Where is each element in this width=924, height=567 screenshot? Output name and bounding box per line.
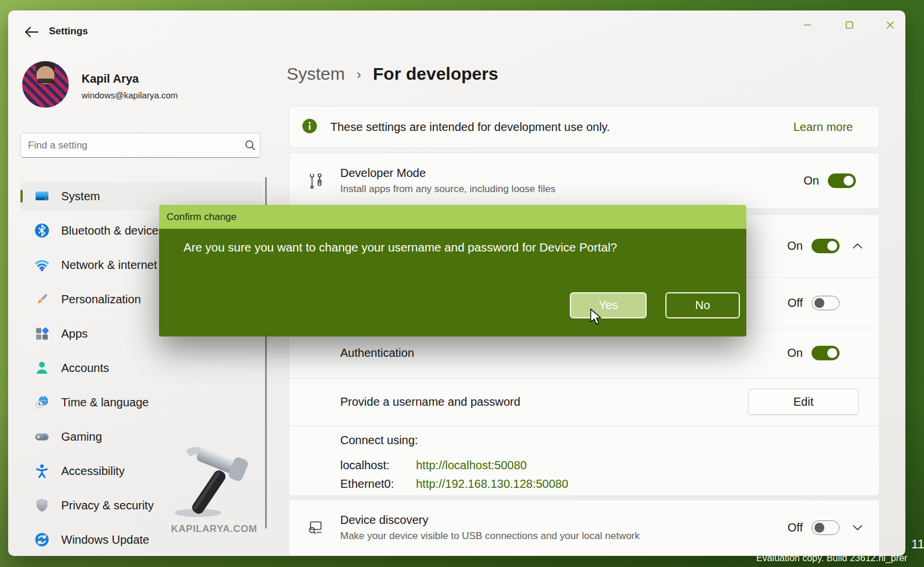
sidebar-item-label: Accessibility [61, 465, 125, 478]
system-icon [34, 189, 50, 204]
confirm-change-dialog: Confirm change Are you sure you want to … [159, 205, 746, 336]
avatar [22, 61, 69, 108]
yes-button[interactable]: Yes [570, 292, 647, 318]
authentication-label: Authentication [340, 346, 414, 360]
mouse-cursor [590, 309, 605, 329]
secondary-toggle[interactable] [812, 296, 840, 310]
dialog-body: Are you sure you want to change your use… [159, 229, 746, 336]
breadcrumb: System › For developers [287, 64, 498, 84]
back-arrow-icon [24, 27, 38, 40]
search-icon [240, 140, 260, 151]
secondary-toggle-label: Off [788, 296, 803, 310]
search-input[interactable] [21, 140, 240, 151]
kapilarya-caption: KAPILARYA.COM [163, 523, 265, 535]
no-button[interactable]: No [665, 292, 740, 318]
page-heading: For developers [373, 64, 498, 84]
close-button[interactable] [877, 16, 904, 36]
device-discovery-text: Device discovery Make your device visibl… [340, 513, 640, 542]
device-discovery-toggle[interactable] [812, 520, 840, 535]
page-title: Settings [49, 26, 88, 37]
banner-message: These settings are intended for developm… [330, 121, 610, 134]
developer-mode-subtitle: Install apps from any source, including … [340, 183, 555, 195]
avatar-sunglasses [37, 79, 54, 83]
localhost-link[interactable]: http://localhost:50080 [416, 459, 879, 472]
back-button[interactable] [21, 23, 42, 43]
connect-entry-name: localhost: [340, 459, 416, 472]
personalization-icon [34, 292, 50, 307]
bluetooth-icon [34, 223, 50, 238]
evaluation-copy-watermark: Evaluation copy. Build 23612.ni_prer [756, 553, 907, 564]
dev-warning-banner: These settings are intended for developm… [288, 106, 880, 148]
windows-update-icon [34, 532, 50, 547]
sidebar-item-label: Time & language [61, 396, 149, 409]
dialog-title: Confirm change [159, 205, 746, 229]
toggle-knob [814, 298, 824, 308]
settings-window: Settings Kapil Arya windows@kapilarya.co… [8, 10, 905, 556]
toggle-knob [814, 523, 824, 533]
developer-mode-toggle[interactable] [828, 173, 856, 188]
device-portal-toggle[interactable] [812, 239, 840, 253]
sidebar-item-label: Personalization [61, 293, 141, 306]
selected-indicator [20, 190, 23, 203]
hammer-logo-icon [168, 511, 261, 520]
maximize-button[interactable] [836, 16, 863, 36]
device-discovery-row: Device discovery Make your device visibl… [288, 499, 880, 556]
sidebar-item-label: Bluetooth & devices [61, 224, 164, 238]
windows-version-watermark: 11 [911, 537, 924, 552]
user-email: windows@kapilarya.com [82, 90, 178, 100]
device-portal-toggle-label: On [787, 239, 803, 253]
privacy-security-icon [34, 498, 50, 513]
sidebar-item-label: Windows Update [61, 533, 149, 547]
sidebar-item-accounts[interactable]: Accounts [20, 353, 263, 382]
developer-mode-toggle-label: On [803, 174, 819, 187]
toggle-knob [844, 176, 854, 186]
credentials-row: Provide a username and password Edit [289, 378, 879, 426]
device-discovery-title: Device discovery [340, 513, 640, 527]
chevron-up-icon[interactable] [852, 243, 863, 249]
sidebar-item-label: Apps [61, 327, 88, 341]
developer-mode-text: Developer Mode Install apps from any sou… [340, 166, 555, 195]
dialog-message: Are you sure you want to change your use… [184, 240, 617, 254]
minimize-button[interactable] [794, 16, 821, 36]
sidebar-item-label: System [61, 190, 100, 203]
connect-entry-name: Ethernet0: [340, 477, 416, 491]
authentication-toggle[interactable] [812, 346, 840, 360]
device-discovery-icon [306, 520, 325, 536]
kapilarya-watermark: KAPILARYA.COM [163, 444, 265, 535]
user-name: Kapil Arya [82, 72, 139, 86]
gaming-icon [34, 429, 50, 444]
sidebar-item-label: Accounts [61, 362, 109, 375]
developer-mode-row: Developer Mode Install apps from any sou… [288, 153, 880, 209]
info-icon [302, 118, 318, 136]
ethernet0-link[interactable]: http://192.168.130.128:50080 [416, 477, 879, 491]
toggle-knob [827, 241, 837, 251]
breadcrumb-separator: › [357, 65, 361, 83]
accounts-icon [34, 360, 50, 375]
sidebar-item-label: Network & internet [61, 258, 157, 272]
edit-button[interactable]: Edit [748, 389, 859, 415]
device-discovery-toggle-label: Off [788, 521, 803, 534]
developer-mode-icon [306, 172, 325, 190]
time-language-icon [34, 395, 50, 410]
authentication-toggle-label: On [787, 346, 803, 360]
learn-more-link[interactable]: Learn more [793, 121, 853, 134]
search-box[interactable] [20, 133, 260, 158]
apps-icon [34, 326, 50, 341]
sidebar-item-label: Privacy & security [61, 499, 154, 512]
developer-mode-title: Developer Mode [340, 166, 555, 180]
close-icon [884, 20, 896, 33]
breadcrumb-system[interactable]: System [287, 64, 345, 84]
device-discovery-subtitle: Make your device visible to USB connecti… [340, 530, 640, 542]
toggle-knob [827, 348, 837, 358]
sidebar-item-time-language[interactable]: Time & language [20, 388, 263, 417]
chevron-down-icon[interactable] [852, 525, 863, 530]
sidebar-item-label: Gaming [61, 430, 102, 444]
connect-using-row: Connect using: localhost: http://localho… [289, 426, 879, 496]
network-icon [34, 257, 50, 272]
minimize-icon [802, 20, 813, 32]
credentials-label: Provide a username and password [340, 395, 520, 409]
accessibility-icon [34, 463, 50, 479]
connect-using-heading: Connect using: [340, 434, 879, 447]
maximize-icon [844, 20, 855, 32]
